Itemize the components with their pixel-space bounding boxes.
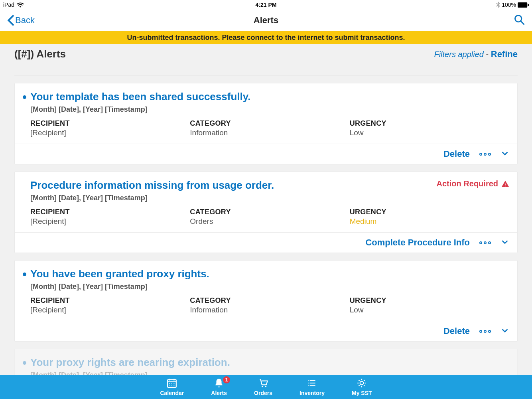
- tab-bar: Calendar 1 Alerts Orders Inventory My SS…: [0, 375, 532, 399]
- unread-dot-icon: [23, 95, 26, 99]
- alerts-list: Your template has been shared successful…: [14, 83, 518, 375]
- alert-card: Procedure information missing from usage…: [14, 172, 518, 253]
- urgency-label: URGENCY: [350, 119, 509, 128]
- category-label: CATEGORY: [190, 119, 349, 128]
- alert-primary-action[interactable]: Delete: [443, 326, 470, 336]
- alerts-badge: 1: [223, 376, 230, 383]
- offline-banner: Un-submitted transactions. Please connec…: [0, 31, 532, 44]
- alerts-header-row: ([#]) Alerts Filters applied - Refine: [14, 48, 518, 60]
- alert-title[interactable]: Your proxy rights are nearing expiration…: [30, 356, 230, 369]
- expand-button[interactable]: [500, 149, 509, 159]
- nav-header: Back Alerts: [0, 10, 532, 31]
- category-value: Orders: [190, 217, 349, 226]
- svg-point-15: [265, 386, 266, 387]
- alert-title[interactable]: You have been granted proxy rights.: [30, 268, 209, 280]
- wifi-icon: [17, 2, 24, 8]
- svg-line-28: [364, 385, 365, 386]
- urgency-value: Low: [350, 306, 509, 314]
- recipient-value: [Recipient]: [30, 217, 190, 226]
- svg-point-10: [174, 383, 175, 384]
- refine-button[interactable]: Refine: [491, 49, 518, 59]
- svg-point-22: [360, 381, 364, 385]
- back-button[interactable]: Back: [7, 15, 35, 26]
- more-options-button[interactable]: [479, 153, 491, 156]
- tab-orders[interactable]: Orders: [254, 378, 272, 396]
- alert-primary-action[interactable]: Complete Procedure Info: [365, 237, 470, 248]
- alerts-count: ([#]) Alerts: [14, 48, 66, 60]
- urgency-label: URGENCY: [350, 208, 509, 216]
- divider: [14, 75, 518, 75]
- back-label: Back: [15, 15, 35, 26]
- separator: -: [484, 50, 491, 59]
- tab-label: Calendar: [160, 390, 184, 396]
- tab-label: Orders: [254, 390, 272, 396]
- tab-inventory[interactable]: Inventory: [299, 378, 325, 396]
- category-label: CATEGORY: [190, 208, 349, 216]
- recipient-value: [Recipient]: [30, 128, 190, 137]
- page-title: Alerts: [254, 15, 278, 26]
- svg-point-11: [169, 385, 170, 385]
- tab-calendar[interactable]: Calendar: [160, 378, 184, 396]
- recipient-label: RECIPIENT: [30, 119, 190, 128]
- filters-applied-label: Filters applied: [434, 50, 484, 59]
- unread-dot-icon: [23, 361, 26, 365]
- svg-line-3: [521, 21, 524, 24]
- recipient-value: [Recipient]: [30, 306, 190, 314]
- svg-line-27: [359, 380, 360, 381]
- recipient-label: RECIPIENT: [30, 208, 190, 216]
- alert-title[interactable]: Procedure information missing from usage…: [30, 179, 274, 192]
- unread-dot-icon: [23, 273, 26, 276]
- alert-timestamp: [Month] [Date], [Year] [Timestamp]: [30, 194, 509, 202]
- alert-timestamp: [Month] [Date], [Year] [Timestamp]: [30, 371, 509, 375]
- urgency-value: Low: [350, 128, 509, 137]
- svg-point-14: [262, 386, 263, 387]
- urgency-value: Medium: [350, 217, 509, 226]
- battery-percent: 100%: [502, 2, 516, 8]
- expand-button[interactable]: [500, 326, 509, 336]
- category-label: CATEGORY: [190, 296, 349, 305]
- device-label: iPad: [3, 2, 14, 8]
- urgency-label: URGENCY: [350, 296, 509, 305]
- svg-point-13: [174, 385, 175, 385]
- tab-label: Inventory: [299, 390, 325, 396]
- svg-line-29: [359, 385, 360, 386]
- expand-button[interactable]: [500, 237, 509, 248]
- battery-icon: [518, 2, 529, 8]
- svg-point-12: [171, 385, 172, 385]
- alert-card: Your template has been shared successful…: [14, 83, 518, 164]
- alert-card: You have been granted proxy rights. [Mon…: [14, 260, 518, 342]
- recipient-label: RECIPIENT: [30, 296, 190, 305]
- tab-alerts[interactable]: 1 Alerts: [211, 378, 227, 396]
- svg-rect-0: [518, 2, 527, 8]
- more-options-button[interactable]: [479, 241, 491, 244]
- tab-label: My SST: [352, 390, 372, 396]
- alert-timestamp: [Month] [Date], [Year] [Timestamp]: [30, 105, 509, 114]
- svg-line-30: [364, 380, 365, 381]
- bluetooth-icon: [496, 2, 500, 8]
- alert-card: Your proxy rights are nearing expiration…: [14, 349, 518, 375]
- category-value: Information: [190, 128, 349, 137]
- status-time: 4:21 PM: [256, 2, 277, 8]
- ios-status-bar: iPad 4:21 PM 100%: [0, 0, 532, 10]
- search-button[interactable]: [514, 14, 525, 27]
- alert-primary-action[interactable]: Delete: [443, 149, 470, 159]
- tab-label: Alerts: [211, 390, 227, 396]
- action-required-badge: Action Required: [437, 179, 509, 188]
- svg-point-9: [171, 383, 172, 384]
- svg-point-8: [169, 383, 170, 384]
- warning-icon: [501, 180, 509, 188]
- tab-mysst[interactable]: My SST: [352, 378, 372, 396]
- svg-rect-1: [528, 4, 529, 6]
- category-value: Information: [190, 306, 349, 314]
- alert-title[interactable]: Your template has been shared successful…: [30, 91, 250, 103]
- alert-timestamp: [Month] [Date], [Year] [Timestamp]: [30, 282, 509, 291]
- more-options-button[interactable]: [479, 330, 491, 333]
